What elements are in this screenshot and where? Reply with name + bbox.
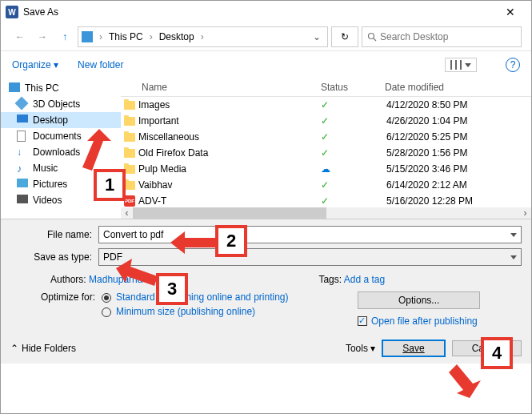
callout-1: 1 [94,169,126,201]
breadcrumb[interactable]: › This PC › Desktop › ⌄ [78,26,328,47]
status-icon: ✓ [321,179,385,191]
crumb1[interactable]: This PC [106,31,146,42]
savetype-label: Save as type: [10,251,98,263]
filename-input[interactable]: Convert to pdf [98,226,522,243]
status-icon: ✓ [321,115,385,127]
bottom-panel: File name: Convert to pdf Save as type: … [1,219,531,333]
column-headers[interactable]: Name Status Date modified [121,78,531,97]
col-status[interactable]: Status [321,82,385,93]
save-button[interactable]: Save [382,340,445,357]
organize-button[interactable]: Organize ▾ [12,59,58,70]
svg-marker-2 [82,129,111,171]
file-row[interactable]: Pulp Media☁5/15/2020 3:46 PM [121,161,531,177]
callout-4: 4 [481,337,513,369]
help-icon[interactable]: ? [506,58,520,72]
nav-bar: ← → ↑ › This PC › Desktop › ⌄ ↻ Search D… [1,23,531,51]
pc-icon [9,82,20,94]
status-icon: ☁ [321,163,385,175]
file-row[interactable]: Vaibhav✓6/14/2020 2:12 AM [121,177,531,193]
footer: ⌃Hide Folders Tools ▾ Save Cancel [1,333,531,364]
callout-2: 2 [215,225,247,257]
callout-3: 3 [156,273,188,305]
vid-icon [17,195,28,206]
doc-icon [17,131,28,142]
open-after-checkbox[interactable]: Open file after publishing [358,316,522,327]
command-bar: Organize ▾ New folder ? [1,51,531,78]
down-icon: ↓ [17,147,28,158]
status-icon: ✓ [321,195,385,207]
desktop-icon [17,115,28,126]
3d-icon [17,98,28,110]
folder-icon [121,117,138,126]
hide-folders-button[interactable]: ⌃Hide Folders [10,343,76,354]
music-icon: ♪ [17,163,28,174]
authors-label: Authors: [50,274,86,285]
col-date[interactable]: Date modified [385,82,531,93]
folder-icon [121,149,138,158]
file-row[interactable]: Images✓4/12/2020 8:50 PM [121,97,531,113]
file-row[interactable]: Miscellaneous✓6/12/2020 5:25 PM [121,129,531,145]
status-icon: ✓ [321,131,385,143]
options-button[interactable]: Options... [358,291,480,309]
file-row[interactable]: PDFADV-T✓5/16/2020 12:28 PM [121,193,531,209]
back-icon[interactable]: ← [10,27,30,46]
arrow-2 [170,227,218,259]
folder-icon [121,101,138,110]
svg-point-0 [369,34,374,39]
window-title: Save As [23,6,494,18]
filename-label: File name: [10,229,98,240]
h-scrollbar[interactable]: ‹› [121,207,531,219]
savetype-dropdown[interactable]: PDF [98,248,522,266]
svg-marker-4 [116,259,158,286]
refresh-icon[interactable]: ↻ [331,26,358,47]
sidebar-item-desktop[interactable]: Desktop [1,112,121,128]
forward-icon: → [33,27,52,46]
file-row[interactable]: Old Firefox Data✓5/28/2020 1:56 PM [121,145,531,161]
status-icon: ✓ [321,99,385,111]
file-row[interactable]: Important✓4/26/2020 1:04 PM [121,113,531,129]
svg-marker-5 [449,364,481,398]
pc-icon [82,31,93,42]
tags-label: Tags: [318,274,342,285]
new-folder-button[interactable]: New folder [78,59,123,70]
file-list: Name Status Date modified Images✓4/12/20… [121,78,531,219]
close-icon[interactable]: ✕ [494,2,526,22]
search-input[interactable]: Search Desktop [362,26,522,47]
svg-marker-3 [170,231,215,254]
arrow-1 [71,129,119,173]
arrow-3 [116,259,161,294]
folder-icon [121,133,138,142]
tools-button[interactable]: Tools ▾ [346,343,375,354]
sidebar-item-3d-objects[interactable]: 3D Objects [1,96,121,112]
optimize-label: Optimize for: [38,291,102,303]
sidebar-item-this-pc[interactable]: This PC [1,80,121,96]
chevron-down-icon[interactable]: ⌄ [310,31,324,42]
svg-line-1 [374,38,376,41]
col-name[interactable]: Name [121,82,321,93]
pic-icon [17,179,28,190]
radio-minimum[interactable]: Minimum size (publishing online) [102,306,358,317]
search-icon [367,32,377,42]
arrow-4 [433,364,482,398]
view-button[interactable] [445,58,477,72]
title-bar: W Save As ✕ [1,1,531,23]
word-icon: W [6,6,18,18]
status-icon: ✓ [321,147,385,159]
up-icon[interactable]: ↑ [55,27,74,46]
tags-value[interactable]: Add a tag [344,274,385,285]
crumb2[interactable]: Desktop [156,31,198,42]
